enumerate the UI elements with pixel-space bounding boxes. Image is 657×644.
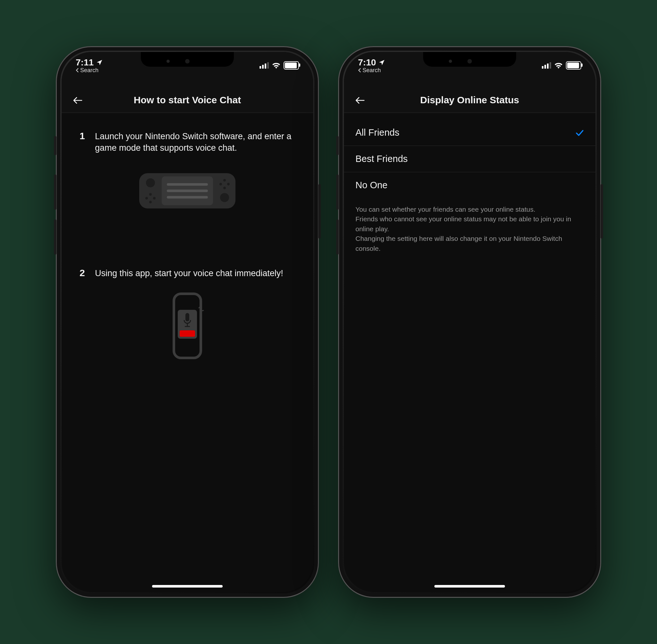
option-label: All Friends	[356, 127, 400, 138]
wifi-icon	[272, 62, 280, 69]
step-text: Using this app, start your voice chat im…	[95, 268, 283, 279]
page-title: How to start Voice Chat	[134, 95, 241, 106]
phone-volume-down	[54, 220, 56, 255]
breadcrumb-back-label: Search	[363, 67, 381, 74]
location-icon	[379, 59, 385, 66]
option-label: Best Friends	[356, 154, 408, 164]
svg-point-9	[227, 183, 230, 185]
status-right	[259, 61, 299, 70]
phone-right: 7:10 Search	[338, 46, 601, 598]
svg-point-5	[146, 178, 155, 187]
phone-side-button	[318, 184, 321, 238]
phone-mute-switch	[54, 136, 56, 155]
switch-console-illustration	[62, 167, 313, 215]
page-title: Display Online Status	[420, 95, 519, 106]
status-left: 7:10 Search	[358, 58, 385, 74]
step-1: 1 Launch your Nintendo Switch software, …	[62, 113, 313, 154]
phone-left: 7:11 Search	[56, 46, 319, 598]
cellular-signal-icon	[542, 62, 551, 69]
step-number: 1	[80, 131, 87, 154]
svg-point-6	[220, 193, 229, 202]
cellular-signal-icon	[259, 62, 269, 69]
wifi-icon	[554, 62, 563, 69]
options-list: All Friends Best Friends No One	[344, 120, 595, 198]
checkmark-icon	[575, 129, 584, 136]
breadcrumb-back[interactable]: Search	[358, 67, 385, 74]
status-time: 7:10	[358, 58, 376, 68]
status-time: 7:11	[76, 58, 94, 68]
step-text: Launch your Nintendo Switch software, an…	[95, 131, 300, 154]
step-2: 2 Using this app, start your voice chat …	[62, 250, 313, 279]
back-button[interactable]	[71, 94, 84, 107]
svg-point-7	[223, 179, 226, 182]
svg-point-8	[220, 183, 222, 185]
option-all-friends[interactable]: All Friends	[344, 120, 595, 146]
location-icon	[96, 59, 103, 66]
home-indicator[interactable]	[152, 585, 223, 588]
svg-point-13	[153, 197, 156, 200]
status-left: 7:11 Search	[76, 58, 103, 74]
screen-left: 7:11 Search	[62, 52, 313, 592]
content-left: 1 Launch your Nintendo Switch software, …	[62, 113, 313, 592]
phone-mic-illustration	[62, 292, 313, 362]
option-best-friends[interactable]: Best Friends	[344, 146, 595, 172]
status-right	[542, 61, 581, 70]
screen-right: 7:10 Search	[344, 52, 595, 592]
phone-volume-down	[336, 220, 339, 255]
svg-line-21	[201, 310, 203, 311]
help-text: You can set whether your friends can see…	[344, 198, 595, 260]
phone-mute-switch	[336, 136, 339, 155]
battery-icon	[284, 61, 299, 70]
option-label: No One	[356, 180, 387, 190]
home-indicator[interactable]	[434, 585, 505, 588]
back-button[interactable]	[354, 94, 366, 107]
option-no-one[interactable]: No One	[344, 172, 595, 198]
svg-point-10	[223, 187, 226, 189]
notch	[141, 52, 234, 67]
content-right: All Friends Best Friends No One You can …	[344, 113, 595, 592]
phone-volume-up	[54, 175, 56, 210]
breadcrumb-back-label: Search	[80, 67, 98, 74]
notch	[423, 52, 516, 67]
svg-rect-17	[180, 330, 195, 337]
battery-icon	[566, 61, 581, 70]
breadcrumb-back[interactable]: Search	[76, 67, 103, 74]
svg-point-12	[145, 197, 148, 200]
stage: 7:11 Search	[0, 0, 657, 644]
svg-point-14	[149, 201, 152, 203]
svg-point-11	[149, 193, 152, 196]
step-number: 2	[80, 268, 87, 279]
phone-volume-up	[336, 175, 339, 210]
phone-side-button	[601, 184, 603, 238]
